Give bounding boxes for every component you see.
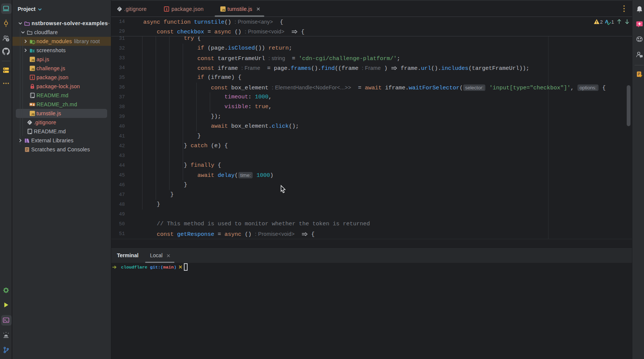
svg-text:JS: JS xyxy=(31,68,35,71)
svg-text:JS: JS xyxy=(31,113,35,116)
svg-text:JS: JS xyxy=(222,9,225,11)
svg-text:JS: JS xyxy=(31,59,35,62)
